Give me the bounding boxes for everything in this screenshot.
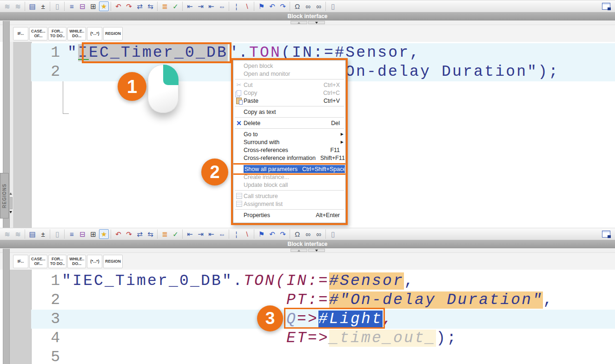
step-into-icon[interactable]: ⇄ [135,229,145,239]
go-to-usage-icon[interactable]: Ω [292,229,302,239]
clear-marks-icon[interactable]: \ [242,229,252,239]
snapshot-icon[interactable]: ▯ [53,229,62,239]
block-interface-bar[interactable]: Block interface [0,13,615,20]
tab-region[interactable]: REGION [103,255,123,268]
tab-for-to-do[interactable]: FOR... TO DO.. [48,27,67,40]
go-to-usage-icon[interactable]: Ω [292,1,302,11]
sort-lines-1-icon[interactable]: ≋ [2,1,12,11]
tab-comment[interactable]: (*...*) [87,27,102,40]
tab-for-to-do[interactable]: FOR... TO DO.. [48,255,67,268]
line-marks-icon[interactable]: ¦ [231,1,241,11]
menu-item-open-block[interactable]: Open block [233,62,345,70]
tab-case-of[interactable]: CASE... OF... [29,27,47,40]
retain-memory-icon[interactable]: ▯ [328,1,338,11]
auto-format-icon[interactable]: ⇔ [217,1,227,11]
network-comments-icon[interactable]: ≣ [160,1,170,11]
monitor-on-off-icon[interactable]: ∞ [303,1,313,11]
collapse-interface-button[interactable] [308,249,325,252]
redo-error-icon[interactable]: ↷ [124,1,134,11]
code-segment: , [404,272,415,290]
menu-item-go-to[interactable]: Go to▶ [233,130,345,138]
open-all-blocks-icon[interactable]: ▤ [27,229,37,239]
menu-item-show-all-parameters[interactable]: Show all parametersCtrl+Shift+Space [233,165,345,173]
menu-item-assignment-list[interactable]: Assignment list [233,200,345,208]
tab-if[interactable]: IF... [13,255,28,268]
next-bookmark-icon[interactable]: ↷ [278,229,288,239]
bookmark-icon[interactable]: ⚑ [257,1,266,11]
menu-item-call-structure[interactable]: Call structure [233,192,345,200]
tab-comment[interactable]: (*...*) [87,255,102,268]
monitor-selection-icon[interactable]: ∞ [314,1,324,11]
indent-icon[interactable]: ⇥ [196,1,205,11]
step-out-icon[interactable]: ⇆ [145,229,155,239]
menu-item-cross-references[interactable]: Cross-referencesF11 [233,146,345,154]
toolbar-separator [254,230,255,238]
menu-item-open-and-monitor[interactable]: Open and monitor [233,70,345,78]
expand-interface-button[interactable] [291,249,307,252]
menu-item-paste[interactable]: PasteCtrl+V [233,97,345,105]
expand-interface-button[interactable] [291,21,307,24]
absolute-operands-icon[interactable]: ≡ [67,1,77,11]
tab-case-of[interactable]: CASE... OF... [29,255,47,268]
menu-item-copy-as-text[interactable]: Copy as text [233,108,345,116]
undo-error-icon[interactable]: ↶ [113,1,123,11]
tab-region[interactable]: REGION [103,27,123,40]
menu-item-create-instance[interactable]: Create instance... [233,173,345,181]
retain-memory-icon[interactable]: ▯ [328,229,338,239]
menu-item-cross-reference-information[interactable]: Cross-reference informationShift+F11 [233,154,345,162]
menu-item-properties[interactable]: PropertiesAlt+Enter [233,211,345,219]
previous-bookmark-icon[interactable]: ↶ [267,1,277,11]
outdent-icon[interactable]: ⇤ [185,1,195,11]
keep-actual-values-icon[interactable]: ± [38,1,48,11]
auto-format-icon[interactable]: ⇔ [217,229,227,239]
code-editor-bottom[interactable]: 1"IEC_Timer_0_DB".TON(IN:=#Sensor,2 PT:=… [9,270,615,364]
menu-item-delete[interactable]: DeleteDel [233,119,345,127]
bookmark-icon[interactable]: ⚑ [257,229,266,239]
outdent-selection-icon[interactable]: ⇤ [206,1,216,11]
open-all-blocks-icon[interactable]: ▤ [27,1,37,11]
previous-bookmark-icon[interactable]: ↶ [267,229,277,239]
multi-instance-icon[interactable]: ⊞ [88,229,98,239]
block-call-icon[interactable]: ⊟ [78,229,87,239]
clear-marks-icon[interactable]: \ [242,1,252,11]
menu-item-cut[interactable]: CutCtrl+X [233,81,345,89]
collapse-interface-button[interactable] [308,21,325,24]
block-interface-bar[interactable]: Block interface [0,240,615,248]
outdent-icon[interactable]: ⇤ [185,229,195,239]
menu-item-update-block-call[interactable]: Update block call [233,181,345,189]
sort-lines-1-icon[interactable]: ≋ [2,229,12,239]
menu-item-copy[interactable]: CopyCtrl+C [233,89,345,97]
redo-error-icon[interactable]: ↷ [124,229,134,239]
editor-window-icon[interactable] [602,3,610,10]
tab-while-do[interactable]: WHILE.. DO... [67,27,86,40]
consistency-check-icon[interactable]: ✓ [171,229,180,239]
favorites-icon[interactable]: ★ [99,1,109,11]
snapshot-icon[interactable]: ▯ [53,1,62,11]
step-out-icon[interactable]: ⇆ [145,1,155,11]
monitor-on-off-icon[interactable]: ∞ [303,229,313,239]
consistency-check-icon[interactable]: ✓ [171,1,180,11]
menu-item-surround-with[interactable]: Surround with▶ [233,138,345,146]
absolute-operands-icon[interactable]: ≡ [67,229,77,239]
editor-window-icon[interactable] [602,231,610,238]
tab-while-do[interactable]: WHILE.. DO... [67,255,86,268]
undo-error-icon[interactable]: ↶ [113,229,123,239]
monitor-selection-icon[interactable]: ∞ [314,229,324,239]
next-bookmark-icon[interactable]: ↷ [278,1,288,11]
network-comments-icon[interactable]: ≣ [160,229,170,239]
step-into-icon[interactable]: ⇄ [135,1,145,11]
keep-actual-values-icon[interactable]: ± [38,229,48,239]
sort-lines-2-icon[interactable]: ≋ [13,229,23,239]
block-call-icon[interactable]: ⊟ [78,1,87,11]
multi-instance-icon[interactable]: ⊞ [88,1,98,11]
indent-icon[interactable]: ⇥ [196,229,205,239]
line-marks-icon[interactable]: ¦ [231,229,241,239]
context-menu-items: Open blockOpen and monitorCutCtrl+XCopyC… [233,60,346,223]
tab-if[interactable]: IF... [13,27,28,40]
menu-item-label: Copy [244,90,257,96]
favorites-icon[interactable]: ★ [99,229,109,239]
outdent-selection-icon[interactable]: ⇤ [206,229,216,239]
sort-lines-2-icon[interactable]: ≋ [13,1,23,11]
regions-side-tab[interactable]: REGIONS [0,173,9,218]
menu-separator [235,117,344,118]
